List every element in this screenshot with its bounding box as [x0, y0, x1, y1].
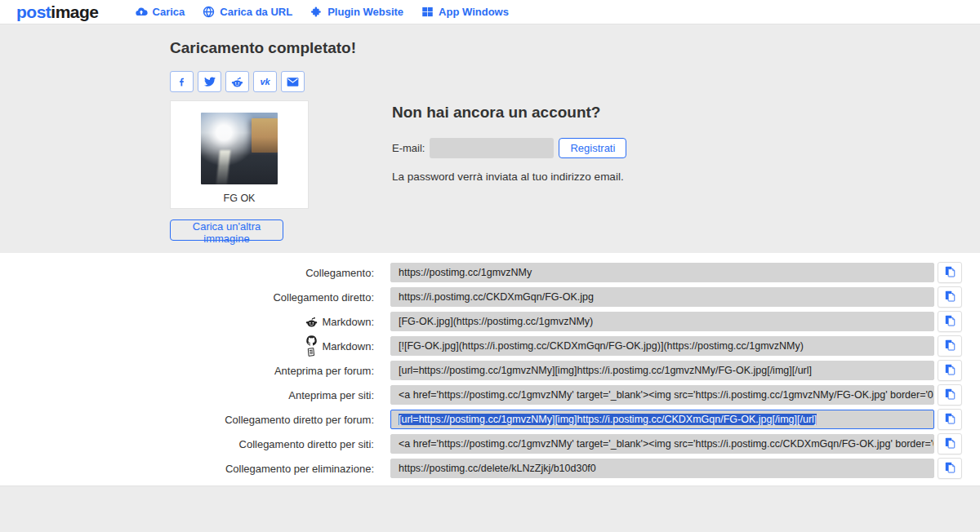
link-row-label: Collegamento diretto:	[273, 291, 374, 304]
share-twitter-button[interactable]	[198, 71, 221, 92]
copy-icon	[944, 314, 956, 329]
link-row-label-cell: Collegamento diretto per forum:	[0, 414, 374, 426]
link-row: Collegamento diretto per siti: <a href='…	[0, 434, 962, 454]
globe-icon	[203, 6, 215, 18]
copy-icon	[944, 412, 956, 427]
link-row: Collegamento: https://postimg.cc/1gmvzNM…	[0, 263, 962, 282]
links-section: Collegamento: https://postimg.cc/1gmvzNM…	[0, 253, 980, 485]
copy-button[interactable]	[938, 409, 962, 430]
account-heading: Non hai ancora un account?	[392, 104, 626, 122]
share-email-button[interactable]	[281, 71, 305, 92]
page-footer	[0, 485, 980, 532]
copy-icon	[944, 437, 956, 451]
reddit-icon	[231, 76, 243, 88]
link-row-label-cell: Markdown:	[0, 316, 374, 328]
puzzle-icon	[310, 6, 323, 18]
copy-button[interactable]	[938, 384, 962, 406]
copy-icon	[944, 363, 956, 378]
copy-button[interactable]	[938, 433, 962, 454]
copy-button[interactable]	[938, 311, 962, 332]
link-row-label-cell: Collegamento per eliminazione:	[0, 463, 374, 475]
github-icon	[305, 335, 318, 347]
link-row: Markdown: [![FG-OK.jpg](https://i.postim…	[0, 336, 962, 356]
nav-item-carica-da-url[interactable]: Carica da URL	[203, 6, 292, 18]
share-buttons-row: vk	[170, 71, 980, 92]
link-row-label: Collegamento:	[305, 267, 374, 279]
link-row-label: Anteprima per forum:	[274, 365, 374, 377]
upload-complete-section: Caricamento completato! vk FG OK Carica …	[0, 24, 980, 253]
link-value-field[interactable]: [url=https://postimg.cc/1gmvzNMy][img]ht…	[390, 361, 934, 380]
copy-icon	[944, 461, 956, 476]
copy-icon	[944, 339, 956, 353]
image-caption: FG OK	[224, 193, 256, 204]
copy-button[interactable]	[938, 286, 962, 308]
scroll-icon	[305, 347, 318, 358]
nav-item-label: Plugin Website	[327, 6, 403, 18]
link-value-field[interactable]: [FG-OK.jpg](https://postimg.cc/1gmvzNMy)	[390, 312, 934, 331]
link-row-label-cell: Markdown:	[0, 335, 374, 358]
nav-item-carica[interactable]: Carica	[135, 6, 185, 19]
link-row: Markdown: [FG-OK.jpg](https://postimg.cc…	[0, 312, 962, 331]
email-field[interactable]	[430, 138, 554, 158]
link-row: Anteprima per forum: [url=https://postim…	[0, 361, 962, 380]
link-row-label: Collegamento diretto per forum:	[225, 414, 374, 426]
vk-icon: vk	[260, 77, 270, 86]
nav-item-plugin-website[interactable]: Plugin Website	[310, 6, 403, 18]
link-row: Collegamento per eliminazione: https://p…	[0, 459, 962, 478]
email-label: E-mail:	[392, 142, 425, 154]
uploaded-image-card: FG OK	[170, 100, 309, 209]
upload-another-button[interactable]: Carica un'altra immagine	[170, 219, 283, 241]
share-facebook-button[interactable]	[170, 71, 194, 92]
link-row: Collegamento diretto per forum: [url=htt…	[0, 410, 962, 429]
link-row-label: Markdown:	[322, 340, 374, 352]
link-value-field[interactable]: https://i.postimg.cc/CKDXmGqn/FG-OK.jpg	[390, 287, 934, 307]
nav-item-app-windows[interactable]: App Windows	[421, 6, 509, 18]
nav-item-label: Carica	[153, 6, 185, 18]
copy-button[interactable]	[938, 458, 962, 479]
link-value-field[interactable]: [url=https://postimg.cc/1gmvzNMy][img]ht…	[390, 410, 934, 429]
copy-icon	[944, 388, 956, 402]
link-row: Collegamento diretto: https://i.postimg.…	[0, 287, 962, 307]
password-note: La password verrà inviata al tuo indiriz…	[392, 171, 626, 183]
link-row-label-cell: Collegamento:	[0, 267, 374, 279]
account-signup-block: Non hai ancora un account? E-mail: Regis…	[392, 100, 626, 246]
link-row-label: Anteprima per siti:	[288, 389, 374, 401]
cloud-upload-icon	[135, 6, 148, 19]
windows-icon	[421, 6, 434, 18]
link-value-field[interactable]: https://postimg.cc/1gmvzNMy	[390, 263, 934, 282]
link-row-label-cell: Collegamento diretto per siti:	[0, 438, 374, 450]
link-row-label: Markdown:	[322, 316, 374, 328]
copy-icon	[944, 265, 956, 280]
copy-icon	[944, 290, 956, 304]
uploaded-image-thumbnail[interactable]	[201, 113, 278, 184]
nav-item-label: App Windows	[439, 6, 509, 18]
copy-button[interactable]	[938, 262, 962, 283]
link-row: Anteprima per siti: <a href='https://pos…	[0, 385, 962, 405]
copy-button[interactable]	[938, 335, 962, 357]
link-value-field[interactable]: <a href='https://postimg.cc/1gmvzNMy' ta…	[390, 434, 934, 454]
reddit-icon	[305, 316, 318, 328]
share-vk-button[interactable]: vk	[253, 71, 277, 92]
email-icon	[287, 77, 299, 87]
link-row-label-cell: Anteprima per forum:	[0, 365, 374, 377]
register-button[interactable]: Registrati	[559, 138, 626, 158]
link-value-field[interactable]: [![FG-OK.jpg](https://i.postimg.cc/CKDXm…	[390, 336, 934, 356]
top-navbar: postimage Carica Carica da URL Plugin We…	[0, 0, 980, 24]
logo-text-image: image	[51, 2, 98, 21]
page-title: Caricamento completato!	[170, 39, 980, 57]
facebook-icon	[176, 77, 187, 87]
link-row-label-cell: Anteprima per siti:	[0, 389, 374, 401]
link-row-label-cell: Collegamento diretto:	[0, 291, 374, 304]
copy-button[interactable]	[938, 360, 962, 381]
logo-text-post: post	[16, 2, 51, 21]
share-reddit-button[interactable]	[225, 71, 249, 92]
link-row-label: Collegamento per eliminazione:	[225, 463, 374, 475]
link-value-field[interactable]: https://postimg.cc/delete/kLNzZjkj/b10d3…	[390, 459, 934, 478]
postimage-logo[interactable]: postimage	[16, 2, 99, 22]
link-value-field[interactable]: <a href='https://postimg.cc/1gmvzNMy' ta…	[390, 385, 934, 405]
link-row-label: Collegamento diretto per siti:	[239, 438, 374, 450]
nav-item-label: Carica da URL	[220, 6, 292, 18]
twitter-icon	[204, 76, 216, 87]
